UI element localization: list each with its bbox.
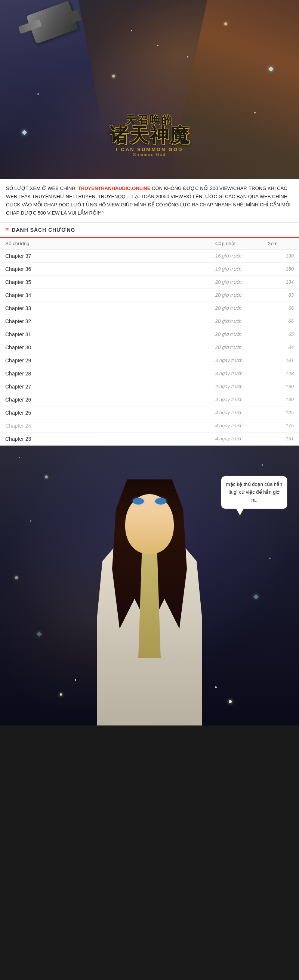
- chapter-update-time: 20 giờ trước: [215, 292, 268, 298]
- chapter-row[interactable]: Chapter 3420 giờ trước83: [0, 289, 299, 302]
- chapter-update-time: 20 giờ trước: [215, 344, 268, 350]
- sparkle: [75, 679, 76, 681]
- star-particle: [157, 45, 158, 46]
- chapter-views-count: 84: [268, 344, 294, 350]
- chapter-update-time: 4 ngày trước: [215, 383, 268, 390]
- col-number-label: Số chương: [5, 241, 215, 246]
- bg-star: [262, 464, 263, 466]
- chapter-row[interactable]: Chapter 274 ngày trước160: [0, 380, 299, 393]
- chapter-row[interactable]: Chapter 234 ngày trước151: [0, 433, 299, 445]
- bg-star: [30, 520, 31, 522]
- chapter-row[interactable]: Chapter 3619 giờ trước150: [0, 263, 299, 276]
- sparkle: [229, 700, 232, 703]
- chapter-views-count: 175: [268, 423, 294, 429]
- hero-banner: 天召唤的 诸天神魔 I can Summon God Summon God: [0, 0, 299, 179]
- col-update-label: Cập nhật: [215, 241, 268, 246]
- chapter-views-count: 148: [268, 371, 294, 377]
- bg-diamond: [253, 594, 259, 599]
- chapter-list-section: ≡ DANH SÁCH CHƯƠNG Số chương Cập nhật Xe…: [0, 223, 299, 445]
- chapter-name: Chapter 28: [5, 371, 215, 377]
- chapter-views-count: 140: [268, 397, 294, 402]
- sparkle: [60, 694, 62, 696]
- notice-prefix: SỐ LƯỢT XEM Ở WEB CHÍNH:: [6, 186, 78, 191]
- char-eye-left: [133, 498, 144, 504]
- chapter-update-time: 19 giờ trước: [215, 266, 268, 272]
- chapter-name: Chapter 32: [5, 318, 215, 324]
- notice-website[interactable]: TRUYENTRANHAUDIO.ONLINE: [78, 186, 150, 191]
- chapter-row[interactable]: Chapter 283 ngày trước148: [0, 367, 299, 380]
- chapter-views-count: 65: [268, 331, 294, 337]
- speech-bubble: mặc kệ thủ đoạn của hắn là gì cứ việc để…: [221, 476, 288, 509]
- speech-text: mặc kệ thủ đoạn của hắn là gì cứ việc để…: [226, 480, 283, 504]
- chapter-name: Chapter 37: [5, 253, 215, 259]
- title-logo: 天召唤的 诸天神魔 I can Summon God Summon God: [109, 113, 190, 157]
- chapter-table-header: Số chương Cập nhật Xem: [0, 238, 299, 250]
- chapter-update-time: 3 ngày trước: [215, 371, 268, 377]
- chapter-update-time: 20 giờ trước: [215, 331, 268, 337]
- bg-star: [15, 576, 18, 579]
- chapter-views-count: 160: [268, 383, 294, 390]
- chapter-row[interactable]: Chapter 244 ngày trước175: [0, 420, 299, 433]
- chapter-name: Chapter 36: [5, 266, 215, 272]
- star-particle: [224, 22, 227, 25]
- char-eye-right: [155, 498, 166, 504]
- chapter-rows-container: Chapter 3716 giờ trước130Chapter 3619 gi…: [0, 250, 299, 445]
- chapter-update-time: 3 ngày trước: [215, 358, 268, 363]
- star-particle: [187, 56, 189, 57]
- chapter-row[interactable]: Chapter 3320 giờ trước66: [0, 302, 299, 315]
- chapter-name: Chapter 27: [5, 383, 215, 390]
- chapter-views-count: 130: [268, 253, 294, 259]
- chapter-update-time: 16 giờ trước: [215, 253, 268, 259]
- chapter-name: Chapter 35: [5, 279, 215, 285]
- notice-box: SỐ LƯỢT XEM Ở WEB CHÍNH: TRUYENTRANHAUDI…: [0, 179, 299, 223]
- chapter-views-count: 83: [268, 292, 294, 298]
- chapter-row[interactable]: Chapter 254 ngày trước125: [0, 406, 299, 420]
- chapter-row[interactable]: Chapter 3716 giờ trước130: [0, 250, 299, 263]
- chapter-update-time: 20 giờ trước: [215, 305, 268, 311]
- character-preview: mặc kệ thủ đoạn của hắn là gì cứ việc để…: [0, 445, 299, 725]
- title-subtitle: Summon God: [109, 152, 190, 157]
- chapter-views-count: 134: [268, 279, 294, 285]
- chapter-name: Chapter 34: [5, 292, 215, 298]
- chapter-update-time: 4 ngày trước: [215, 423, 268, 429]
- star-particle: [254, 112, 256, 113]
- chapter-name: Chapter 33: [5, 305, 215, 311]
- character-body: [82, 472, 217, 725]
- chapter-name: Chapter 30: [5, 344, 215, 350]
- chapter-views-count: 125: [268, 410, 294, 416]
- chapter-views-count: 150: [268, 266, 294, 272]
- chapter-row[interactable]: Chapter 3220 giờ trước66: [0, 315, 299, 328]
- list-icon: ≡: [5, 226, 9, 233]
- title-chinese-main: 诸天神魔: [109, 126, 190, 145]
- chapter-update-time: 20 giờ trước: [215, 318, 268, 324]
- chapter-row[interactable]: Chapter 293 ngày trước181: [0, 354, 299, 367]
- chapter-update-time: 4 ngày trước: [215, 436, 268, 442]
- star-particle: [131, 30, 132, 31]
- char-face: [125, 494, 174, 554]
- chapter-row[interactable]: Chapter 3120 giờ trước65: [0, 328, 299, 341]
- chapter-row[interactable]: Chapter 3520 giờ trước134: [0, 276, 299, 289]
- chapter-views-count: 151: [268, 436, 294, 442]
- star-particle: [112, 75, 115, 78]
- chapter-row[interactable]: Chapter 264 ngày trước140: [0, 393, 299, 406]
- chapter-section-header: ≡ DANH SÁCH CHƯƠNG: [0, 223, 299, 238]
- chapter-name: Chapter 23: [5, 436, 215, 442]
- chapter-name: Chapter 25: [5, 410, 215, 416]
- chapter-name: Chapter 24: [5, 423, 215, 429]
- chapter-views-count: 66: [268, 305, 294, 311]
- bg-star: [45, 476, 48, 479]
- title-english: I can Summon God: [109, 147, 190, 152]
- bg-diamond: [37, 632, 42, 637]
- chapter-views-count: 66: [268, 318, 294, 324]
- star-particle: [37, 93, 39, 95]
- chapter-section-title: DANH SÁCH CHƯƠNG: [11, 227, 75, 233]
- chapter-update-time: 20 giờ trước: [215, 279, 268, 285]
- chapter-row[interactable]: Chapter 3020 giờ trước84: [0, 341, 299, 354]
- chapter-name: Chapter 31: [5, 331, 215, 337]
- col-views-label: Xem: [268, 241, 294, 246]
- chapter-name: Chapter 26: [5, 397, 215, 402]
- chapter-update-time: 4 ngày trước: [215, 397, 268, 402]
- notice-text: SỐ LƯỢT XEM Ở WEB CHÍNH: TRUYENTRANHAUDI…: [6, 185, 293, 217]
- bg-star: [19, 457, 20, 458]
- chapter-views-count: 181: [268, 358, 294, 363]
